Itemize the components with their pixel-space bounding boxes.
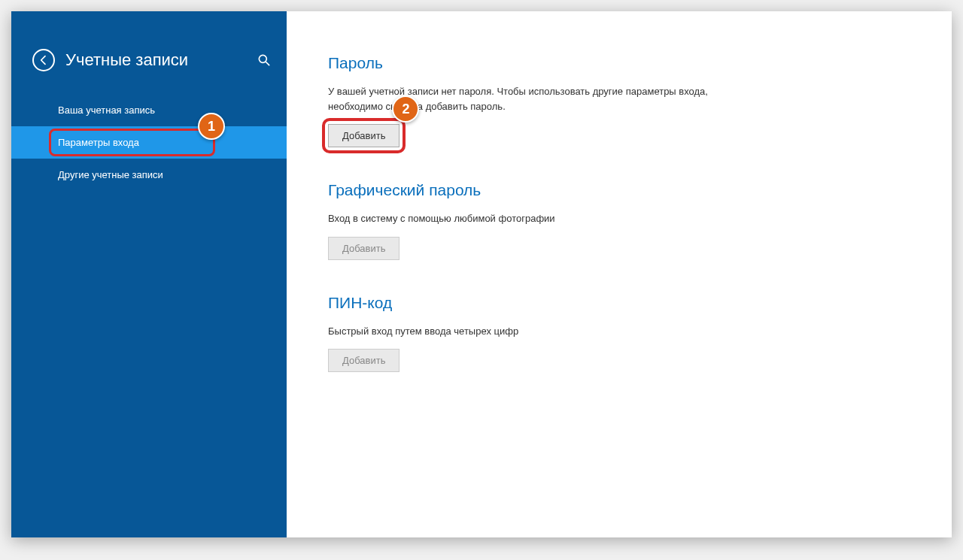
password-description: У вашей учетной записи нет пароля. Чтобы…: [328, 84, 719, 114]
sidebar-item-your-account[interactable]: Ваша учетная запись: [11, 94, 287, 126]
pin-section: ПИН-код Быстрый вход путем ввода четырех…: [328, 294, 907, 373]
sidebar-header: Учетные записи: [11, 49, 287, 94]
password-section: Пароль У вашей учетной записи нет пароля…: [328, 54, 907, 147]
sidebar-item-signin-options[interactable]: Параметры входа 1: [11, 126, 287, 159]
password-title: Пароль: [328, 54, 907, 72]
svg-line-1: [266, 62, 269, 65]
sidebar-item-label: Другие учетные записи: [58, 169, 163, 180]
back-button[interactable]: [32, 49, 55, 71]
add-pin-button: Добавить: [328, 349, 399, 372]
sidebar: Учетные записи Ваша учетная запись Парам…: [11, 11, 287, 537]
add-picture-password-button: Добавить: [328, 237, 399, 260]
arrow-left-icon: [38, 54, 50, 66]
picture-password-description: Вход в систему с помощью любимой фотогра…: [328, 211, 719, 226]
password-add-wrap: Добавить 2: [328, 124, 399, 147]
page-title: Учетные записи: [65, 50, 257, 70]
settings-window: Учетные записи Ваша учетная запись Парам…: [11, 11, 952, 537]
picture-password-title: Графический пароль: [328, 181, 907, 199]
pin-title: ПИН-код: [328, 294, 907, 312]
add-password-button[interactable]: Добавить: [328, 124, 399, 147]
sidebar-item-label: Ваша учетная запись: [58, 104, 155, 116]
main-content: Пароль У вашей учетной записи нет пароля…: [287, 11, 952, 537]
svg-point-0: [259, 55, 266, 62]
picture-password-section: Графический пароль Вход в систему с помо…: [328, 181, 907, 260]
search-icon[interactable]: [257, 53, 272, 68]
sidebar-item-label: Параметры входа: [58, 137, 139, 148]
pin-description: Быстрый вход путем ввода четырех цифр: [328, 324, 719, 339]
sidebar-item-other-accounts[interactable]: Другие учетные записи: [11, 159, 287, 191]
